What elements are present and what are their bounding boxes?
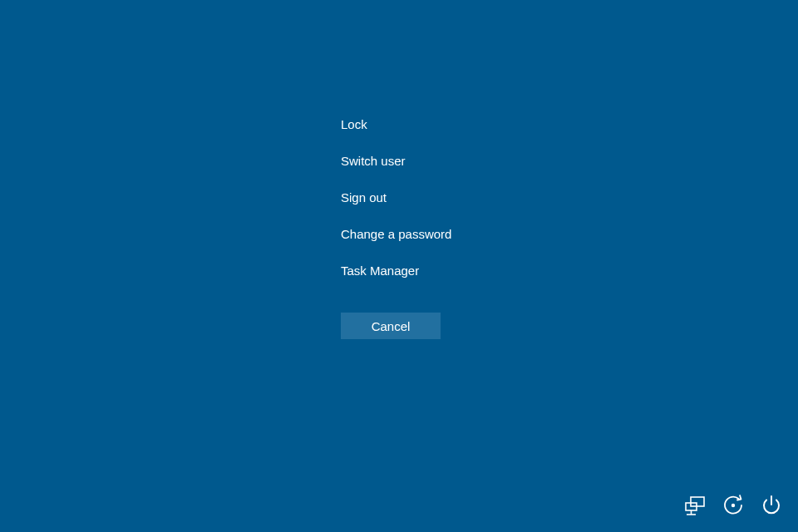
menu-item-sign-out[interactable]: Sign out <box>341 180 451 216</box>
menu-item-task-manager[interactable]: Task Manager <box>341 253 451 289</box>
svg-point-4 <box>732 504 735 507</box>
cancel-button-label: Cancel <box>372 319 411 333</box>
menu-item-change-password[interactable]: Change a password <box>341 216 451 253</box>
menu-item-label: Task Manager <box>341 264 419 278</box>
menu-item-switch-user[interactable]: Switch user <box>341 143 451 180</box>
menu-item-lock[interactable]: Lock <box>341 106 451 143</box>
security-options-menu: Lock Switch user Sign out Change a passw… <box>341 106 451 289</box>
svg-rect-0 <box>691 497 704 506</box>
cancel-button[interactable]: Cancel <box>341 313 441 339</box>
menu-item-label: Change a password <box>341 227 451 241</box>
ease-of-access-icon[interactable] <box>722 494 745 517</box>
power-icon[interactable] <box>760 494 783 517</box>
network-icon[interactable] <box>683 494 707 517</box>
menu-item-label: Switch user <box>341 154 406 168</box>
menu-item-label: Sign out <box>341 190 387 204</box>
footer-icons <box>683 494 783 517</box>
menu-item-label: Lock <box>341 117 367 131</box>
